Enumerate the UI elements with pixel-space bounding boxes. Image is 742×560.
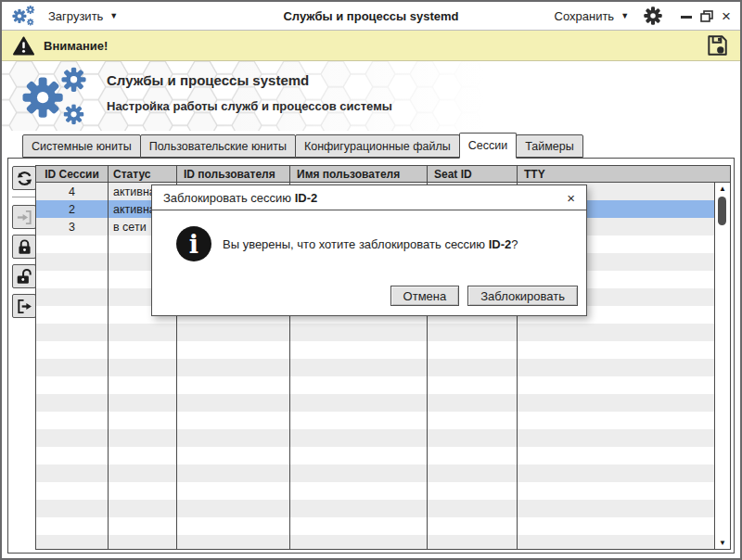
refresh-button[interactable] — [12, 166, 36, 190]
cancel-button[interactable]: Отмена — [390, 286, 460, 306]
cell-session-id: 3 — [36, 221, 108, 234]
dialog-close-icon[interactable]: × — [567, 190, 575, 206]
column-header-user-id: ID пользователя — [176, 168, 289, 181]
session-toolbar — [11, 166, 37, 324]
lock-session-button[interactable] — [12, 235, 36, 259]
column-header-tty: TTY — [517, 168, 730, 181]
chevron-down-icon: ▼ — [620, 12, 629, 20]
table-header: ID Сессии Статус ID пользователя Имя пол… — [36, 166, 730, 183]
load-menu-label: Загрузить — [48, 9, 103, 23]
tab-sessions[interactable]: Сессии — [459, 133, 517, 159]
settings-gear-icon[interactable] — [644, 6, 662, 25]
attach-session-icon — [16, 209, 33, 226]
load-menu-button[interactable]: Загрузить ▼ — [48, 9, 118, 23]
warning-label: Внимание! — [44, 39, 108, 53]
titlebar: Загрузить ▼ Службы и процессы systemd Со… — [2, 2, 740, 31]
app-gears-icon — [11, 5, 36, 27]
refresh-icon — [16, 170, 33, 187]
minimize-button[interactable] — [681, 16, 692, 19]
unlock-session-button[interactable] — [12, 264, 36, 288]
warning-icon — [13, 36, 34, 56]
dialog-title: Заблокировать сессию ID-2 — [163, 191, 317, 205]
attach-session-button — [12, 205, 36, 229]
lock-session-dialog: Заблокировать сессию ID-2 × i Вы уверены… — [151, 185, 587, 316]
column-header-status: Статус — [108, 168, 176, 181]
dialog-titlebar: Заблокировать сессию ID-2 × — [152, 185, 586, 210]
save-menu-button[interactable]: Сохранить ▼ — [555, 9, 630, 23]
scroll-up-icon[interactable]: ▲ — [715, 185, 730, 193]
unlock-session-icon — [16, 268, 33, 286]
cell-session-id: 4 — [36, 185, 108, 198]
tab-config-files[interactable]: Конфигурационные файлы — [295, 134, 460, 158]
dialog-message: Вы уверены, что хотите заблокировать сес… — [223, 237, 518, 251]
lock-session-icon — [16, 238, 33, 256]
app-window: Загрузить ▼ Службы и процессы systemd Со… — [0, 0, 742, 560]
save-menu-label: Сохранить — [555, 9, 615, 23]
info-icon: i — [176, 226, 211, 261]
toolbar-separator — [12, 197, 36, 197]
scrollbar-thumb[interactable] — [718, 197, 726, 225]
terminate-session-button[interactable] — [12, 294, 36, 318]
confirm-lock-button[interactable]: Заблокировать — [467, 286, 578, 306]
tab-user-units[interactable]: Пользовательские юниты — [140, 134, 296, 158]
column-header-user-name: Имя пользователя — [289, 168, 427, 181]
chevron-down-icon: ▼ — [109, 12, 118, 20]
warning-bar: Внимание! — [2, 31, 740, 61]
vertical-scrollbar[interactable]: ▲ ▼ — [714, 183, 730, 549]
column-divider — [108, 166, 109, 549]
close-button[interactable]: × — [722, 8, 731, 24]
tab-bar: Системные юниты Пользовательские юниты К… — [2, 131, 740, 158]
save-disk-icon[interactable] — [705, 33, 729, 57]
banner-subtitle: Настройка работы служб и процессов систе… — [107, 99, 392, 113]
tab-system-units[interactable]: Системные юниты — [22, 134, 141, 158]
banner-title: Службы и процессы systemd — [107, 72, 309, 88]
column-header-seat-id: Seat ID — [427, 168, 517, 181]
terminate-session-icon — [16, 298, 33, 315]
column-header-session-id: ID Сессии — [36, 168, 108, 181]
scroll-down-icon[interactable]: ▼ — [715, 539, 730, 547]
tab-timers[interactable]: Таймеры — [516, 134, 583, 158]
app-logo-gears-icon — [17, 65, 93, 128]
cell-session-id: 2 — [36, 203, 108, 216]
maximize-button[interactable] — [700, 10, 713, 22]
app-banner: Службы и процессы systemd Настройка рабо… — [2, 61, 740, 131]
